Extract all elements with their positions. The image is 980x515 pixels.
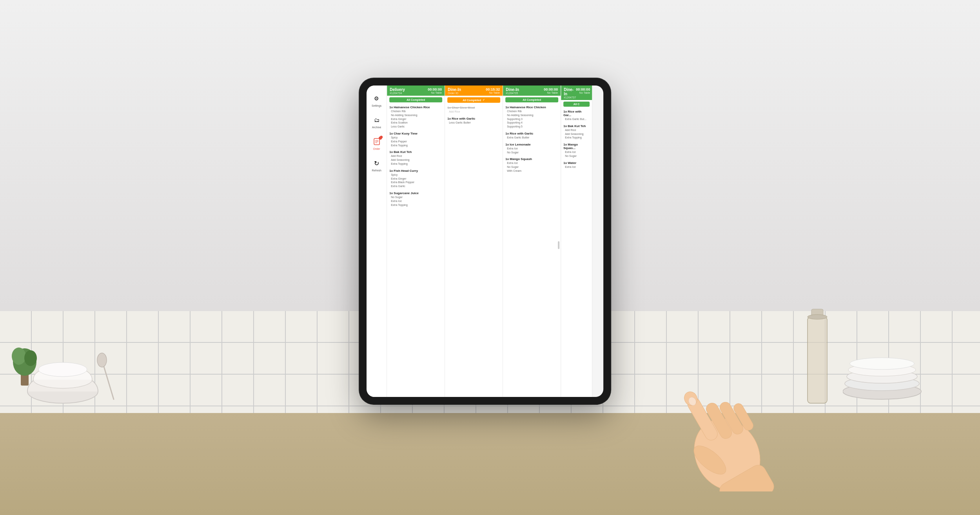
order-id-3: #1264735 — [506, 92, 519, 95]
item-modifier: Chicken Rib — [505, 109, 558, 113]
list-item: 1x Rice with Garlic Less Garlic Butter — [447, 117, 500, 125]
sidebar-item-settings[interactable]: ⚙ Settings — [367, 90, 387, 110]
list-item: 1x Fish Head Curry Spicy Extra Ginger Ex… — [389, 169, 442, 188]
item-modifier: Supporting 5 — [505, 125, 558, 129]
item-modifier: Extra Black Pepper — [389, 180, 442, 184]
tablet-device: ⚙ Settings 🗂 Archive — [359, 78, 610, 404]
order-id-4: #1264737 — [564, 96, 576, 99]
btn-all-completed-2[interactable]: All Completed ✓ — [447, 97, 500, 103]
order-header-4: Dine-In #1264737 00:00:00 No Table — [561, 86, 592, 100]
item-modifier: Supporting 3 — [505, 117, 558, 121]
item-modifier: With Cream — [505, 169, 558, 173]
list-item: 1x Rice with Garlic Extra Garlic Butter — [505, 132, 558, 140]
item-modifier: No Sugar — [505, 165, 558, 169]
item-modifier: Spicy — [389, 136, 442, 140]
item-modifier: Extra Ginger — [389, 117, 442, 121]
svg-rect-6 — [808, 317, 827, 403]
sidebar-item-archive[interactable]: 🗂 Archive — [367, 112, 387, 132]
item-modifier: Add Rice — [447, 110, 500, 114]
check-icon: ✓ — [483, 98, 485, 102]
item-main: 1x Mango Squas... — [563, 143, 590, 150]
list-item: 1x Bak Kut Teh Add Rice Add Seasoning Ex… — [389, 150, 442, 166]
scroll-indicator — [558, 241, 559, 249]
tablet-wrapper: ⚙ Settings 🗂 Archive — [359, 78, 610, 404]
svg-point-2 — [38, 362, 87, 377]
item-modifier: Extra Ice — [563, 150, 590, 154]
item-main: 1x Hainanese Chicken Rice — [389, 106, 442, 109]
sidebar: ⚙ Settings 🗂 Archive — [367, 86, 387, 397]
order-header-2: Dine-In Order ID 00:15:32 No Table — [445, 86, 503, 96]
item-modifier: Extra Ginger — [389, 177, 442, 181]
list-item: 1x Mango Squas... Extra Ice No Sugar — [563, 143, 590, 158]
order-column-1: Delivery #1264734 00:00:00 No Table All … — [387, 86, 445, 397]
btn-all-completed-4[interactable]: All C — [563, 102, 590, 107]
order-type-3: Dine-In — [506, 87, 519, 92]
item-modifier: Add Seasoning — [389, 158, 442, 162]
tablet-screen: ⚙ Settings 🗂 Archive — [367, 86, 603, 397]
order-type-2: Dine-In — [448, 87, 461, 92]
item-modifier: Extra Topping — [389, 203, 442, 207]
dishes-decoration — [843, 313, 953, 415]
order-items-list-3: 1x Hainanese Rice Chicken Chicken Rib No… — [503, 104, 561, 397]
item-main: 1x Ice Lemonade — [505, 143, 558, 146]
order-column-4: Dine-In #1264737 00:00:00 No Table All C… — [561, 86, 592, 397]
bowls-decoration — [24, 329, 149, 415]
order-id-2: Order ID — [448, 92, 461, 95]
svg-point-15 — [12, 348, 26, 365]
order-table-4: No Table — [576, 91, 590, 94]
item-main: 1x Fish Head Curry — [389, 169, 442, 173]
list-item: 1x Ice Lemonade Extra Ice No Sugar — [505, 143, 558, 155]
archive-label: Archive — [372, 126, 381, 129]
order-id-1: #1264734 — [390, 92, 405, 95]
list-item: 1x Hainanese Rice Chicken Chicken Rib No… — [505, 106, 558, 129]
order-timer-3: 00:00:00 — [544, 87, 558, 91]
item-modifier: Extra Topping — [563, 136, 590, 140]
btn-all-completed-3[interactable]: All Completed — [505, 97, 558, 102]
sidebar-item-refresh[interactable]: ↻ Refresh — [367, 155, 387, 175]
item-main: 1x Rice with Gar... — [563, 110, 590, 117]
order-header-3: Dine-In #1264735 00:00:00 No Table — [503, 86, 561, 96]
item-modifier: Add Rice — [563, 128, 590, 132]
order-table-2: No Table — [486, 91, 500, 94]
item-modifier: No Sugar — [389, 195, 442, 199]
order-items-list-4: 1x Rice with Gar... Extra Garlic But... … — [561, 108, 592, 397]
item-modifier: No Adding Seasoning — [505, 113, 558, 117]
bottle-decoration — [800, 305, 835, 415]
item-main: 1x Sugarcane Juice — [389, 191, 442, 195]
sidebar-item-order[interactable]: Order — [367, 133, 387, 153]
item-main: 1x Char Kuoy Tiew — [389, 132, 442, 135]
order-timer-2: 00:15:32 — [486, 87, 500, 91]
item-modifier: Extra Garlic — [389, 184, 442, 188]
item-modifier: Add Rice — [389, 154, 442, 158]
item-modifier: Extra Ice — [563, 165, 590, 169]
list-item: 1x Sugarcane Juice No Sugar Extra Ice Ex… — [389, 191, 442, 207]
refresh-label: Refresh — [372, 169, 381, 172]
item-modifier: Extra Ice — [505, 161, 558, 165]
item-modifier: No Sugar — [563, 154, 590, 158]
item-main: 1x Char Siew Meat — [447, 106, 500, 109]
item-modifier: Spicy — [389, 173, 442, 177]
order-timer-4: 00:00:00 — [576, 87, 590, 91]
item-modifier: Add Seasoning — [563, 132, 590, 136]
order-column-3: Dine-In #1264735 00:00:00 No Table All C… — [503, 86, 561, 397]
item-modifier: Extra Topping — [389, 162, 442, 166]
svg-point-16 — [24, 350, 37, 366]
refresh-icon: ↻ — [372, 158, 382, 168]
svg-point-12 — [850, 358, 914, 369]
settings-label: Settings — [372, 104, 381, 107]
item-modifier: Extra Topping — [389, 144, 442, 147]
item-modifier: Extra Pepper — [389, 140, 442, 144]
item-modifier: Chicken Rib — [389, 109, 442, 113]
order-type-4: Dine-In — [564, 87, 576, 96]
order-items-list-2: 1x Char Siew Meat Add Rice 1x Rice with … — [445, 104, 503, 397]
item-main: 1x Rice with Garlic — [447, 117, 500, 120]
list-item: 1x Char Kuoy Tiew Spicy Extra Pepper Ext… — [389, 132, 442, 147]
list-item: 1x Bak Kut Teh Add Rice Add Seasoning Ex… — [563, 124, 590, 140]
order-items-list-1: 1x Hainanese Chicken Rice Chicken Rib No… — [387, 104, 445, 397]
btn-all-completed-1[interactable]: All Completed — [389, 97, 442, 102]
order-icon — [372, 136, 382, 147]
archive-icon: 🗂 — [372, 115, 382, 125]
item-main: 1x Bak Kut Teh — [389, 150, 442, 154]
list-item: 1x Rice with Gar... Extra Garlic But... — [563, 110, 590, 121]
item-modifier: No Adding Seasoning — [389, 113, 442, 117]
